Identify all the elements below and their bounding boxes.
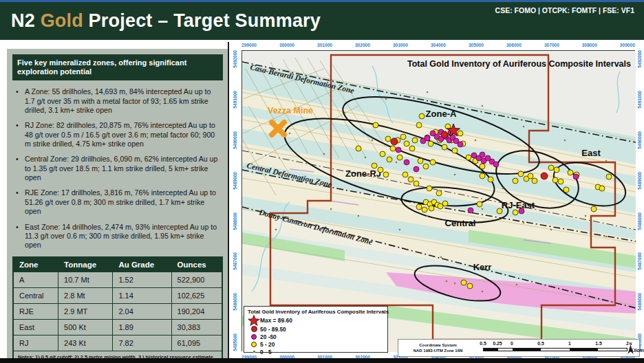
drill-point-5-20 [414,181,419,186]
drill-point-5-20 [427,186,432,191]
northing-label: 5491000 [637,91,642,109]
zone-label-rj-east: RJ-East [502,200,535,210]
legend-item-label: Max = 89.60 [260,317,292,324]
drill-point-0-5 [550,229,552,231]
drill-point-0-5 [523,126,525,128]
drill-point-0-5 [440,256,442,258]
stock-tickers: CSE: FOMO | OTCPK: FOMTF | FSE: VF1 [495,6,634,14]
table-cell: 10.7 Mt [58,272,113,287]
northing-label: 5486000 [637,293,642,311]
drill-point-5-20 [436,190,442,196]
northing-label: 5492000 [233,50,237,68]
drill-point-5-20 [430,160,436,165]
drill-point-5-20 [412,138,418,143]
summary-panel: Five key mineralized zones, offering sig… [7,49,228,358]
table-cell: 522,900 [171,272,222,287]
legend-item-label: 50 - 89.50 [260,326,286,333]
scale-tick-label: 0.25 [493,341,502,346]
table-cell: RJE [13,303,58,319]
legend-item: 5 - 20 [248,340,384,348]
drill-point-20-50 [493,162,499,167]
easting-label: 300000 [279,43,294,47]
drill-point-5-20 [513,178,518,184]
drill-point-5-20 [373,122,378,128]
northing-label: 5488000 [637,212,642,230]
drill-point-0-5 [605,160,608,162]
drill-point-5-20 [380,151,385,157]
easting-label: 299000 [242,43,257,47]
drill-point-5-20 [422,207,427,212]
drill-point-5-20 [402,172,408,177]
scale-unit: Kilometers [630,347,644,353]
scale-tick-label: 0 [511,341,513,346]
drill-point-0-5 [446,280,448,283]
northing-label: 5491000 [233,91,237,109]
drill-point-0-5 [523,222,525,224]
drill-point-20-50 [414,166,419,172]
drill-point-5-20 [532,178,537,184]
slide: N2 Gold Project – Target Summary CSE: FO… [0,0,644,363]
map-panel: 2990003000003010003020003030003040003050… [230,42,644,360]
drill-point-5-20 [480,164,485,169]
drill-point-5-20 [467,283,473,289]
table-cell: 61,095 [171,335,222,351]
drill-point-5-20 [387,157,392,162]
table-cell: 1.52 [113,272,171,287]
zone-bullet: RJ Zone: 82 drillholes, 20,875 m, 76% in… [14,121,222,148]
drill-point-5-20 [606,174,612,179]
drill-point-0-5 [289,133,291,135]
drill-point-0-5 [454,174,456,176]
drill-point-20-50 [396,147,401,153]
northing-label: 5489000 [637,172,642,190]
drill-point-5-20 [477,201,482,207]
table-row: East500 Kt1.8930,383 [13,319,222,335]
drill-point-5-20 [429,206,434,211]
table-cell: Central [13,287,58,303]
easting-label: 306000 [506,43,522,47]
drill-point-5-20 [554,167,559,173]
title-prefix: N2 [11,10,41,31]
legend-item-label: 0 - 5 [260,349,272,355]
zone-bullet: East Zone: 14 drillholes, 2,474 m, 93% i… [14,223,222,250]
drill-point-0-5 [482,208,484,210]
drill-point-0-5 [365,157,367,159]
zone-bullet: RJE Zone: 17 drillholes, 3,816 m, 76% in… [14,188,222,216]
map-y-labels-left: 5492000549100054900005489000548800054870… [231,50,239,351]
drill-point-5-20 [513,210,518,215]
dot-small-icon [248,351,260,353]
legend-item: 20 -50 [248,333,384,340]
northing-label: 5492000 [637,50,642,68]
drill-point-5-20 [416,204,422,210]
drill-point-5-20 [442,201,448,206]
drill-point-0-5 [585,215,587,217]
drill-point-20-50 [458,142,463,147]
table-header-cell: Zone [13,257,58,272]
drill-point-5-20 [428,141,433,146]
table-header-cell: Au Grade [113,257,171,272]
drill-point-0-5 [330,208,332,210]
drill-point-0-5 [564,140,566,142]
drill-point-20-50 [468,208,473,213]
scale-bar: 0.50.2500.511.52 Kilometers [483,341,626,355]
coordinate-system-label: Coordinate System [402,342,473,348]
zone-bullet: A Zone: 55 drillholes, 14,693 m, 84% int… [14,87,222,115]
zone-bullet-list: A Zone: 55 drillholes, 14,693 m, 84% int… [14,87,222,250]
drill-point-5-20 [452,148,458,153]
drill-point-5-20 [416,122,422,128]
drill-point-5-20 [442,144,447,150]
legend-item: 0 - 5 [248,348,384,355]
panel-divider [228,42,229,358]
table-cell: East [13,319,58,335]
title-suffix: Project – Target Summary [83,10,321,31]
easting-label: 303000 [393,43,408,47]
drill-point-0-5 [344,112,346,114]
easting-label: 308000 [582,43,597,47]
drill-point-0-5 [605,236,608,238]
drill-point-50-89 [441,131,448,138]
map-x-labels-top: 2990003000003010003020003030003040003050… [242,43,635,47]
scale-tick-label: 1.5 [595,341,601,346]
table-cell: 2.04 [113,303,171,319]
drill-point-20-50 [404,160,409,165]
drill-point-50-89 [541,173,548,179]
dot-magenta-icon [248,334,260,340]
